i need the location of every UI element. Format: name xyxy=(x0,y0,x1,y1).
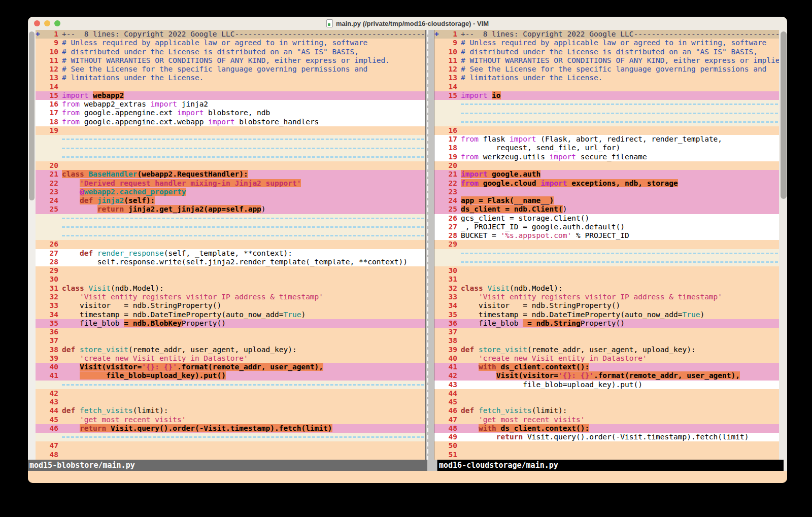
code-line[interactable]: 26 xyxy=(36,240,425,249)
code-line[interactable]: 49 return Visit.query().order(-Visit.tim… xyxy=(434,433,779,441)
code-line[interactable]: 9# Unless required by applicable law or … xyxy=(36,39,425,47)
code-line[interactable]: 33 'Visit entity registers visitor IP ad… xyxy=(434,293,779,301)
close-button[interactable] xyxy=(34,20,40,26)
code-line[interactable]: 27_, PROJECT_ID = google.auth.default() xyxy=(434,223,779,231)
code-line[interactable]: 45 'get most recent visits' xyxy=(36,416,425,424)
code-line[interactable]: 36 xyxy=(36,328,425,336)
code-line[interactable]: 44 xyxy=(434,389,779,398)
code-line[interactable]: 30 xyxy=(434,266,779,275)
code-line[interactable]: 9# Unless required by applicable law or … xyxy=(434,39,779,47)
diff-filler-line[interactable] xyxy=(36,144,425,152)
code-line[interactable]: 31class Visit(ndb.Model): xyxy=(36,284,425,293)
code-line[interactable]: 19 xyxy=(36,126,425,135)
diff-filler-line[interactable] xyxy=(36,433,425,441)
code-line[interactable]: 34 visitor = ndb.StringProperty() xyxy=(434,301,779,310)
code-line[interactable]: 47 xyxy=(36,441,425,450)
code-line[interactable]: 51 xyxy=(434,451,779,459)
code-line[interactable]: 41 with ds_client.context(): xyxy=(434,363,779,371)
code-line[interactable]: 31 xyxy=(434,275,779,284)
code-line[interactable]: 39def store_visit(remote_addr, user_agen… xyxy=(434,346,779,354)
code-line[interactable]: 38def store_visit(remote_addr, user_agen… xyxy=(36,346,425,354)
code-line[interactable]: 29 xyxy=(434,240,779,249)
diff-filler-line[interactable] xyxy=(36,153,425,161)
code-line[interactable]: 35 file_blob = ndb.BlobKeyProperty() xyxy=(36,319,425,328)
code-line[interactable]: 19from werkzeug.utils import secure_file… xyxy=(434,153,779,161)
code-line[interactable]: 13# limitations under the License. xyxy=(36,74,425,82)
left-scrollbar-thumb[interactable] xyxy=(29,31,35,200)
code-line[interactable]: 45 xyxy=(434,398,779,406)
code-line[interactable]: 44def fetch_visits(limit): xyxy=(36,406,425,415)
code-line[interactable]: 22from google.cloud import exceptions, n… xyxy=(434,179,779,188)
code-line[interactable]: 11# WITHOUT WARRANTIES OR CONDITIONS OF … xyxy=(434,56,779,65)
code-line[interactable]: 37 xyxy=(36,336,425,345)
code-line[interactable]: 11# WITHOUT WARRANTIES OR CONDITIONS OF … xyxy=(36,56,425,65)
code-line[interactable]: 42 Visit(visitor='{}: {}'.format(remote_… xyxy=(434,371,779,380)
diff-filler-line[interactable] xyxy=(36,214,425,223)
code-line[interactable]: 48 xyxy=(36,451,425,459)
diff-filler-line[interactable] xyxy=(434,249,779,258)
right-scrollbar-thumb[interactable] xyxy=(781,31,787,199)
diff-filler-line[interactable] xyxy=(434,118,779,126)
zoom-button[interactable] xyxy=(54,20,60,26)
code-line[interactable]: 46 return Visit.query().order(-Visit.tim… xyxy=(36,424,425,433)
code-line[interactable]: 12# See the License for the specific lan… xyxy=(434,65,779,74)
diff-filler-line[interactable] xyxy=(434,100,779,109)
code-line[interactable]: 25 return jinja2.get_jinja2(app=self.app… xyxy=(36,205,425,214)
code-line[interactable]: 14 xyxy=(36,83,425,91)
code-line[interactable]: 10# distributed under the License is dis… xyxy=(434,48,779,56)
minimize-button[interactable] xyxy=(44,20,50,26)
code-line[interactable]: 26gcs_client = storage.Client() xyxy=(434,214,779,223)
code-line[interactable]: 32class Visit(ndb.Model): xyxy=(434,284,779,293)
code-line[interactable]: 33 visitor = ndb.StringProperty() xyxy=(36,301,425,310)
diff-filler-line[interactable] xyxy=(434,109,779,117)
code-line[interactable]: 38 xyxy=(434,336,779,345)
diff-filler-line[interactable] xyxy=(36,223,425,231)
code-line[interactable]: 21class BaseHandler(webapp2.RequestHandl… xyxy=(36,170,425,179)
code-line[interactable]: 17from flask import (Flask, abort, redir… xyxy=(434,135,779,144)
code-line[interactable]: 36 file_blob = ndb.StringProperty() xyxy=(434,319,779,328)
right-scrollbar[interactable] xyxy=(779,30,787,460)
code-line[interactable]: 24app = Flask(__name__) xyxy=(434,196,779,205)
code-line[interactable]: 23 xyxy=(434,188,779,196)
code-line[interactable]: 10# distributed under the License is dis… xyxy=(36,48,425,56)
fold-column[interactable]: + xyxy=(36,30,42,39)
code-line[interactable]: 14 xyxy=(434,83,779,91)
code-line[interactable]: 43 file_blob=upload_key).put() xyxy=(434,381,779,389)
code-line[interactable]: 20 xyxy=(434,161,779,170)
code-line[interactable]: 47 'get most recent visits' xyxy=(434,416,779,424)
diff-filler-line[interactable] xyxy=(36,231,425,240)
code-line[interactable]: +1+-- 8 lines: Copyright 2022 Google LLC… xyxy=(36,30,425,39)
code-line[interactable]: 40 Visit(visitor='{}: {}'.format(remote_… xyxy=(36,363,425,371)
code-line[interactable]: 13# limitations under the License. xyxy=(434,74,779,82)
code-line[interactable]: 34 timestamp = ndb.DateTimeProperty(auto… xyxy=(36,311,425,319)
code-line[interactable]: 40 'create new Visit entity in Datastore… xyxy=(434,354,779,363)
left-scrollbar[interactable] xyxy=(28,30,36,460)
code-line[interactable]: 12# See the License for the specific lan… xyxy=(36,65,425,74)
code-line[interactable]: 39 'create new Visit entity in Datastore… xyxy=(36,354,425,363)
code-line[interactable]: 21import google.auth xyxy=(434,170,779,179)
code-line[interactable]: 25ds_client = ndb.Client() xyxy=(434,205,779,214)
code-line[interactable]: 28 self.response.write(self.jinja2.rende… xyxy=(36,258,425,266)
code-line[interactable]: 22 'Derived request handler mixing-in Ji… xyxy=(36,179,425,188)
command-line[interactable] xyxy=(28,471,787,483)
code-line[interactable]: +1+-- 8 lines: Copyright 2022 Google LLC… xyxy=(434,30,779,39)
code-line[interactable]: 16from webapp2_extras import jinja2 xyxy=(36,100,425,109)
code-line[interactable]: 17from google.appengine.ext import blobs… xyxy=(36,109,425,117)
code-line[interactable]: 37 xyxy=(434,328,779,336)
diff-filler-line[interactable] xyxy=(36,381,425,389)
code-line[interactable]: 50 xyxy=(434,441,779,450)
diff-filler-line[interactable] xyxy=(36,135,425,144)
code-line[interactable]: 41 file_blob=upload_key).put() xyxy=(36,371,425,380)
fold-column[interactable]: + xyxy=(434,30,441,39)
code-line[interactable]: 20 xyxy=(36,161,425,170)
code-line[interactable]: 23 @webapp2.cached_property xyxy=(36,188,425,196)
code-line[interactable]: 28BUCKET = '%s.appspot.com' % PROJECT_ID xyxy=(434,231,779,240)
code-line[interactable]: 15import webapp2 xyxy=(36,91,425,100)
code-line[interactable]: 29 xyxy=(36,266,425,275)
code-line[interactable]: 16 xyxy=(434,126,779,135)
code-line[interactable]: 18 request, send_file, url_for) xyxy=(434,144,779,152)
code-line[interactable]: 18from google.appengine.ext.webapp impor… xyxy=(36,118,425,126)
code-line[interactable]: 24 def jinja2(self): xyxy=(36,196,425,205)
window-split-divider[interactable] xyxy=(425,30,434,460)
code-line[interactable]: 46def fetch_visits(limit): xyxy=(434,406,779,415)
